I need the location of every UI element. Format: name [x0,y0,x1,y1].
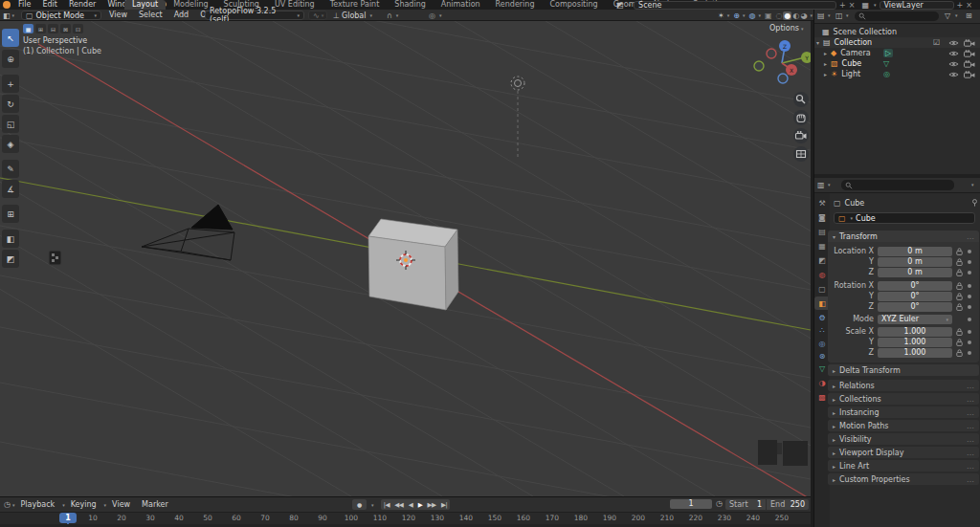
lock-icon[interactable] [955,281,964,291]
outliner-editor-icon[interactable]: ▤ [817,11,825,20]
panel-viewport-display[interactable]: ▸Viewport Display… [828,447,979,458]
tool-select-box[interactable]: ↖ [2,29,19,47]
mode-dropdown[interactable]: ▢ Object Mode ▾ [21,11,101,20]
tool-move[interactable]: + [2,75,19,93]
tool-retopoflow-2[interactable]: ◩ [2,250,19,268]
properties-search-input[interactable] [841,180,954,190]
panel-line-art[interactable]: ▸Line Art… [828,460,979,472]
animate-dot[interactable] [968,330,971,334]
menu-render[interactable]: Render [63,0,101,10]
new-collection-icon[interactable]: ⊞ [966,11,972,20]
animate-dot[interactable] [968,295,971,298]
jump-to-start-button[interactable]: |◀ [384,501,390,509]
panel-visibility[interactable]: ▸Visibility… [828,433,979,445]
shading-rendered-icon[interactable]: ◕ [800,11,807,20]
panel-collections[interactable]: ▸Collections… [828,393,979,405]
editor-type-icon[interactable]: ◧ [3,11,11,20]
lock-icon[interactable] [955,268,964,277]
camera-data-icon[interactable]: ▷ [883,49,893,57]
menu-view[interactable]: View [103,10,133,21]
new-scene-button[interactable]: + [839,1,846,10]
viewlayer-icon[interactable]: ▦ [861,1,869,10]
animate-dot[interactable] [968,250,971,253]
exclude-checkbox[interactable]: ☑ [933,38,940,47]
viewport-nav-buttons[interactable] [793,92,809,162]
shading-material-icon[interactable]: ◐ [792,11,799,20]
chevron-down-icon[interactable]: ▾ [629,2,632,8]
animate-dot[interactable] [968,271,971,274]
hide-eye-icon[interactable] [948,60,959,68]
light-object[interactable] [511,77,524,160]
auto-keying-button[interactable]: ● [352,499,367,510]
rotation-y-field[interactable]: 0° [878,292,952,301]
outliner-search-input[interactable] [855,11,939,21]
object-name-field[interactable]: ▢ ▾ Cube [834,212,975,224]
chevron-down-icon[interactable]: ▾ [396,12,399,18]
display-mode-icon[interactable]: ◫ [835,11,843,20]
menu-edit[interactable]: Edit [36,0,63,10]
playhead[interactable]: 1 [59,513,77,523]
prev-keyframe-button[interactable]: ◀◀ [394,501,403,509]
scale-x-field[interactable]: 1.000 [878,327,952,337]
shading-solid-icon[interactable]: ● [783,11,791,20]
panel-instancing[interactable]: ▸Instancing… [828,406,979,418]
pin-icon[interactable] [970,198,979,208]
outliner-row-camera[interactable]: ▸ ◆ Camera ▷ [814,48,980,58]
select-mode-extend-icon[interactable]: ⊞ [35,24,46,33]
hide-eye-icon[interactable] [948,71,959,78]
lock-icon[interactable] [955,348,964,358]
workspace-tab-shading[interactable]: Shading [387,0,434,10]
tool-scale[interactable]: ◱ [2,115,19,133]
tool-annotate[interactable]: ✎ [2,160,19,178]
workspace-tab-modeling[interactable]: Modeling [166,0,215,10]
panel-delta-transform[interactable]: ▸Delta Transform [828,364,979,376]
workspace-tab-compositing[interactable]: Compositing [542,0,605,10]
animate-dot[interactable] [968,260,971,264]
use-preview-range-icon[interactable]: ◷ [716,499,723,508]
transform-panel-header[interactable]: ▾ Transform … [828,231,979,242]
chevron-down-icon[interactable]: ▾ [874,2,877,8]
orientation-icon[interactable]: ⊥ [333,11,340,20]
proportional-editing-icon[interactable]: ◎ [429,11,435,20]
expand-icon[interactable]: ▸ [824,50,827,56]
chevron-down-icon[interactable]: ▾ [439,12,442,18]
chevron-down-icon[interactable]: ▾ [12,12,15,18]
lock-icon[interactable] [955,302,964,312]
menu-playback[interactable]: Playback [15,499,61,511]
tab-render[interactable]: ◙ [814,210,830,224]
select-mode-invert-icon[interactable]: ⊠ [60,24,71,33]
outliner-row-light[interactable]: ▸ ☀ Light ◎ [814,69,980,79]
animate-dot[interactable] [968,351,971,355]
next-keyframe-button[interactable]: ▶▶ [428,501,436,509]
workspace-tab-layout[interactable]: Layout [124,0,166,10]
tool-add-cube[interactable]: ⊞ [2,205,19,223]
expand-icon[interactable]: ▸ [824,60,827,67]
select-mode-set-icon[interactable]: ▦ [23,24,33,33]
outliner-row-collection[interactable]: ▾ ▤ Collection ☑ [814,37,980,48]
outliner-row-cube[interactable]: ▸ ▧ Cube ▽ [814,58,980,69]
panel-options-icon[interactable]: … [967,232,974,241]
lock-icon[interactable] [955,338,964,347]
play-reverse-button[interactable]: ◀ [409,501,413,509]
location-z-field[interactable]: 0 m [878,268,952,277]
menu-select[interactable]: Select [133,10,168,21]
animate-dot[interactable] [968,284,971,288]
timeline-editor-icon[interactable]: ◷ [4,500,11,509]
expand-icon[interactable]: ▸ [824,71,827,77]
outliner-row-scene-collection[interactable]: ▦ Scene Collection [814,27,980,37]
xray-toggle-icon[interactable]: ▣ [765,11,772,20]
select-mode-subtract-icon[interactable]: ⊟ [48,24,58,33]
scale-z-field[interactable]: 1.000 [878,348,952,358]
frame-end-field[interactable]: End 250 [767,499,809,510]
viewlayer-name-field[interactable]: ViewLayer [880,1,954,10]
filter-icon[interactable]: ▽ [945,11,950,20]
navigation-gizmo[interactable]: Z Y X [754,40,811,83]
viewport-3d[interactable]: Z Y X [0,21,811,496]
mesh-data-icon[interactable]: ▽ [883,59,889,68]
menu-keying[interactable]: Keying [65,499,102,511]
rotation-z-field[interactable]: 0° [878,302,952,312]
light-data-icon[interactable]: ◎ [883,70,890,78]
timeline-ruler[interactable]: 10 20 30 40 50 60 70 80 90 100 110 120 1… [0,512,811,524]
location-y-field[interactable]: 0 m [878,257,952,267]
location-x-field[interactable]: 0 m [878,247,952,256]
